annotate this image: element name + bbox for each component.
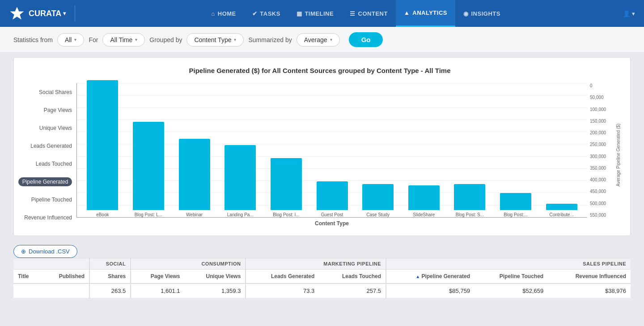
summarized-by-label: Summarized by: [248, 36, 292, 43]
leads-generated-col-header[interactable]: Leads Generated: [246, 270, 319, 284]
leads-touched-col-header[interactable]: Leads Touched: [319, 270, 386, 284]
shares-cell: 263.5: [89, 283, 131, 298]
chart-container: Pipeline Generated ($) for All Content S…: [13, 57, 631, 236]
chart-title: Pipeline Generated ($) for All Content S…: [18, 67, 621, 74]
bar-blog-post--s---[interactable]: [454, 184, 485, 210]
page-views-col-header[interactable]: Page Views: [131, 270, 184, 284]
table-section-header: SOCIAL CONSUMPTION MARKETING PIPELINE SA…: [13, 258, 631, 270]
bar-blog-post--l---[interactable]: [133, 122, 164, 210]
user-icon: 👤: [623, 10, 630, 17]
right-axis-area: 550,000 500,000 450,000 400,000 350,000 …: [587, 83, 621, 227]
svg-marker-0: [10, 7, 24, 20]
all-time-select[interactable]: All Time ▾: [102, 33, 145, 47]
legend-revenue-influenced[interactable]: Revenue Influenced: [18, 213, 72, 222]
nav-insights[interactable]: ◉ INSIGHTS: [455, 0, 508, 27]
bar-blog-post--i---[interactable]: [271, 158, 302, 210]
nav-links: ⌂ HOME ✔ TASKS ▦ TIMELINE ☰ CONTENT ▲ AN…: [89, 0, 623, 27]
timeline-icon: ▦: [297, 10, 302, 17]
y-axis-title: Average Pipeline Generated ($): [614, 124, 623, 186]
bar-blog-post----[interactable]: [500, 193, 531, 210]
bar-label: Guest Post: [321, 212, 343, 217]
legend-leads-generated[interactable]: Leads Generated: [18, 142, 72, 150]
bar-label: Blog Post: L...: [135, 212, 162, 217]
brand-name: CURATA: [29, 9, 61, 18]
bar-label: Blog Post: I...: [273, 212, 299, 217]
legend-social-shares[interactable]: Social Shares: [18, 88, 72, 97]
bar-group-webinar: Webinar: [173, 139, 216, 218]
shares-col-header[interactable]: Shares: [89, 270, 131, 284]
content-type-arrow: ▾: [234, 37, 236, 42]
legend-unique-views[interactable]: Unique Views: [18, 124, 72, 133]
chart-inner: eBookBlog Post: L...WebinarLanding Pa...…: [76, 83, 587, 227]
y-axis-title-container: Average Pipeline Generated ($): [614, 83, 621, 227]
published-col-header[interactable]: Published: [41, 270, 90, 284]
all-select[interactable]: All ▾: [57, 33, 85, 47]
bar-case-study[interactable]: [362, 184, 394, 210]
unique-views-col-header[interactable]: Unique Views: [185, 270, 246, 284]
legend-pipeline-touched[interactable]: Pipeline Touched: [18, 195, 72, 204]
bar-label: Blog Post:...: [504, 212, 528, 217]
y-axis-labels: 550,000 500,000 450,000 400,000 350,000 …: [587, 83, 614, 218]
title-section-header: [13, 258, 89, 270]
content-type-select[interactable]: Content Type ▾: [186, 33, 244, 47]
brand-caret: ▾: [63, 10, 66, 17]
bar-group-blog-post--s---: Blog Post: S...: [449, 184, 491, 217]
chart-left-legend: Social Shares Page Views Unique Views Le…: [18, 83, 76, 227]
revenue-influenced-col-header[interactable]: Revenue Influenced: [548, 270, 631, 284]
bar-label: Webinar: [186, 212, 203, 217]
bar-ebook[interactable]: [87, 80, 118, 210]
nav-tasks[interactable]: ✔ TASKS: [244, 0, 288, 27]
leads-touched-cell: 257.5: [319, 283, 386, 298]
published-cell: [41, 283, 90, 298]
bar-chart: eBookBlog Post: L...WebinarLanding Pa...…: [76, 83, 587, 218]
stats-from-label: Statistics from: [13, 36, 53, 43]
pipeline-generated-col-header[interactable]: ▲ Pipeline Generated: [386, 270, 475, 284]
bar-group-blog-post--l---: Blog Post: L...: [127, 122, 170, 217]
unique-views-cell: 1,359.3: [185, 283, 246, 298]
bar-group-landing-pa---: Landing Pa...: [219, 145, 262, 217]
marketing-pipeline-section-header: MARKETING PIPELINE: [246, 258, 386, 270]
content-icon: ☰: [350, 10, 356, 17]
bar-webinar[interactable]: [179, 139, 210, 210]
bar-group-contribute---: Contribute...: [540, 204, 583, 218]
insights-icon: ◉: [463, 10, 469, 17]
bar-label: Blog Post: S...: [456, 212, 484, 217]
bar-landing-pa---[interactable]: [225, 145, 256, 210]
analytics-icon: ▲: [404, 9, 410, 16]
pipeline-generated-cell: $85,759: [386, 283, 475, 298]
all-select-arrow: ▾: [74, 37, 76, 42]
brand[interactable]: CURATA ▾: [9, 5, 75, 21]
all-time-arrow: ▾: [135, 37, 137, 42]
bar-label: Landing Pa...: [227, 212, 254, 217]
bar-group-slideshare: SlideShare: [402, 185, 445, 217]
data-table: SOCIAL CONSUMPTION MARKETING PIPELINE SA…: [13, 258, 631, 298]
user-menu[interactable]: 👤 ▾: [623, 10, 635, 17]
table-body: 263.5 1,601.1 1,359.3 73.3 257.5 $85,759…: [13, 283, 631, 298]
nav-content[interactable]: ☰ CONTENT: [342, 0, 396, 27]
legend-leads-touched[interactable]: Leads Touched: [18, 159, 72, 168]
nav-home[interactable]: ⌂ HOME: [203, 0, 244, 27]
table-header-row: Title Published Shares Page Views Unique…: [13, 270, 631, 284]
average-select[interactable]: Average ▾: [297, 33, 340, 47]
tasks-icon: ✔: [252, 10, 258, 17]
legend-pipeline-generated[interactable]: Pipeline Generated: [18, 177, 72, 186]
bar-group-blog-post--i---: Blog Post: I...: [265, 158, 308, 217]
bar-guest-post[interactable]: [317, 181, 348, 210]
bar-contribute---[interactable]: [546, 204, 577, 210]
user-caret-icon: ▾: [632, 10, 635, 17]
download-csv-button[interactable]: ⊕ Download .CSV: [13, 245, 77, 258]
go-button[interactable]: Go: [349, 32, 383, 47]
consumption-section-header: CONSUMPTION: [131, 258, 246, 270]
chart-area: Social Shares Page Views Unique Views Le…: [18, 83, 621, 227]
legend-page-views[interactable]: Page Views: [18, 106, 72, 115]
bar-group-ebook: eBook: [81, 80, 124, 217]
nav-analytics[interactable]: ▲ ANALYTICS: [396, 0, 455, 27]
navbar: CURATA ▾ ⌂ HOME ✔ TASKS ▦ TIMELINE ☰ CON…: [0, 0, 644, 27]
bar-slideshare[interactable]: [408, 185, 440, 210]
title-col-header[interactable]: Title: [13, 270, 41, 284]
grouped-by-label: Grouped by: [149, 36, 182, 43]
leads-generated-cell: 73.3: [246, 283, 319, 298]
pipeline-touched-col-header[interactable]: Pipeline Touched: [475, 270, 548, 284]
social-section-header: SOCIAL: [89, 258, 131, 270]
nav-timeline[interactable]: ▦ TIMELINE: [288, 0, 342, 27]
